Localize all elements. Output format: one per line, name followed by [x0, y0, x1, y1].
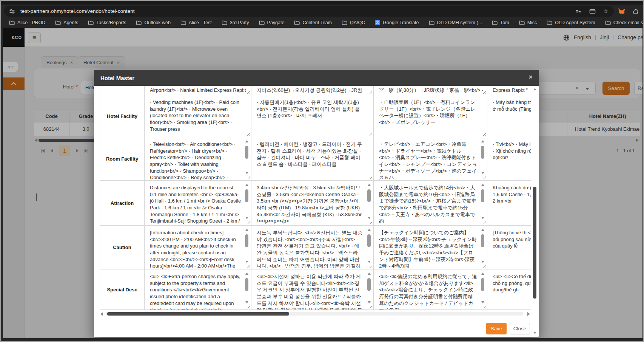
scroll-up-icon[interactable]	[245, 184, 248, 186]
textarea-scrollbar[interactable]	[480, 272, 485, 303]
resize-handle-icon[interactable]	[246, 175, 250, 179]
scroll-up-icon[interactable]	[481, 140, 484, 142]
resize-handle-icon[interactable]	[368, 305, 372, 308]
scroll-down-icon[interactable]	[245, 261, 248, 263]
scroll-up-icon[interactable]	[481, 184, 484, 186]
textarea-scrollbar[interactable]	[480, 184, 485, 219]
textarea-scrollbar[interactable]	[480, 140, 485, 174]
extensions-puzzle-icon[interactable]	[633, 8, 639, 14]
close-button[interactable]: Close	[510, 323, 530, 334]
textarea-scrollbar[interactable]	[367, 229, 371, 263]
scroll-down-icon[interactable]	[481, 172, 484, 174]
hotel-text-field[interactable]: · Tivi<br/> · Máy lạnh<br/> · Máy điện<b…	[487, 137, 531, 180]
password-key-icon[interactable]	[575, 8, 582, 14]
hotel-text-field[interactable]: ・自動販売機（1F）<br/>・有料コインランドリー（1F）<br/>・電子レン…	[374, 95, 487, 137]
scroll-thumb[interactable]	[245, 234, 248, 247]
scroll-up-icon[interactable]	[481, 229, 484, 231]
hotel-text-field[interactable]: · Máy bán hàng trả phí (Tầng 1) thang má…	[487, 95, 531, 137]
textarea-scrollbar[interactable]	[367, 272, 371, 303]
bookmark-item[interactable]: Misc	[519, 20, 537, 25]
hotel-text-field[interactable]: 【チェックイン時間についてのご案内】<br/>午後3時～深夜2時<br/>チェッ…	[374, 226, 487, 269]
hotel-text-field[interactable]: [Information about check-in times]<br/>3…	[145, 226, 251, 269]
scroll-down-icon[interactable]	[245, 301, 248, 303]
vscroll-thumb[interactable]	[533, 187, 536, 299]
hotel-text-field[interactable]: Khoảng cách đư (hoặc dặm). <br jo Hall -…	[487, 181, 531, 225]
hotel-text-field[interactable]: <ul><li>시설이 정하는 이용 약관에 따라 추가 게스트 요금이 부과될…	[251, 269, 374, 310]
vscroll-up-icon[interactable]	[533, 88, 536, 90]
hotel-text-field[interactable]: [Thông tin về th <br/>15:00 - 2: phòng t…	[487, 226, 531, 269]
bookmark-item[interactable]: Alice - PROD	[9, 20, 45, 25]
scroll-down-icon[interactable]	[368, 217, 371, 219]
hotel-text-field[interactable]: 지버스(약60분)→오사카성 공원역(약2분)→JR환	[251, 86, 374, 95]
textarea-scrollbar[interactable]	[367, 184, 371, 219]
hotel-text-field[interactable]: Express Rapi:t "	[487, 86, 531, 95]
resize-handle-icon[interactable]	[368, 132, 372, 136]
textarea-scrollbar[interactable]	[244, 184, 249, 219]
resize-handle-icon[interactable]	[482, 264, 486, 268]
textarea-scrollbar[interactable]	[244, 272, 249, 303]
textarea-scrollbar[interactable]	[244, 229, 249, 263]
scroll-up-icon[interactable]	[368, 229, 371, 231]
bookmark-item[interactable]: Agents	[55, 20, 78, 25]
scroll-thumb[interactable]	[367, 234, 371, 247]
textarea-scrollbar[interactable]	[244, 140, 249, 174]
scroll-thumb[interactable]	[481, 146, 484, 159]
bookmark-star-icon[interactable]: ☆	[603, 8, 609, 14]
hotel-text-field[interactable]: 3.4km <br />안신맥와섬 - 3.5km <br />엡바이브 쇼핑몰…	[251, 181, 374, 225]
resize-handle-icon[interactable]	[246, 220, 250, 224]
hscroll-right-icon[interactable]	[527, 312, 530, 316]
scroll-down-icon[interactable]	[481, 301, 484, 303]
modal-close-icon[interactable]: ×	[528, 73, 533, 80]
scroll-thumb[interactable]	[245, 146, 248, 159]
resize-handle-icon[interactable]	[246, 305, 250, 308]
scroll-thumb[interactable]	[245, 189, 248, 202]
scroll-thumb[interactable]	[481, 234, 484, 247]
scroll-down-icon[interactable]	[245, 217, 248, 219]
scroll-up-icon[interactable]	[245, 272, 248, 275]
bookmark-item[interactable]: QA/QC	[342, 20, 365, 25]
hotel-text-field[interactable]: ・テレビ<br/>・エアコン<br/>・冷蔵庫<br/>・ドライヤー<br/>・…	[374, 137, 487, 180]
scroll-thumb[interactable]	[481, 278, 484, 291]
hotel-text-field[interactable]: <ul> <li>Có thể đi kèm, tùy thuộ kiện củ…	[487, 269, 531, 310]
hotel-text-field[interactable]: ・大阪城ホールまで徒歩で約14分<br/>・大阪城公園まで電車で約10分<br/…	[374, 181, 487, 225]
bookmark-item[interactable]: 文 Google Translate	[375, 20, 419, 25]
resize-handle-icon[interactable]	[368, 264, 372, 268]
bookmark-item[interactable]: Outlook web	[136, 20, 170, 25]
payment-card-icon[interactable]	[589, 9, 596, 14]
hscroll-thumb[interactable]	[107, 312, 289, 316]
save-button[interactable]: Save	[486, 323, 507, 334]
bookmark-item[interactable]: Paygate	[259, 20, 285, 25]
hotel-text-field[interactable]: · 텔레비전 · 에어컨 · 냉장고 · 드라이어 · 전기 주전자 · 탈취 …	[251, 137, 374, 180]
address-bar[interactable]: test-partners.ohmyhotel.com/vendor/hotel…	[4, 6, 614, 17]
metamask-extension-icon[interactable]	[618, 8, 625, 14]
hotel-text-field[interactable]: Distances are displayed to the nearest 0…	[145, 181, 251, 225]
url-text[interactable]: test-partners.ohmyhotel.com/vendor/hotel…	[20, 8, 135, 14]
scroll-down-icon[interactable]	[481, 217, 484, 219]
resize-handle-icon[interactable]	[482, 305, 486, 308]
resize-handle-icon[interactable]	[482, 175, 486, 179]
hotel-text-field[interactable]: · Television<br/> · Air conditioner<br/>…	[145, 137, 251, 180]
textarea-scrollbar[interactable]	[480, 229, 485, 263]
hscroll-left-icon[interactable]	[100, 312, 103, 316]
resize-handle-icon[interactable]	[368, 220, 372, 224]
scroll-thumb[interactable]	[245, 278, 248, 291]
vscroll-down-icon[interactable]	[533, 332, 536, 334]
resize-handle-icon[interactable]	[482, 132, 486, 136]
bookmark-item[interactable]: Content Team	[294, 20, 332, 25]
bookmark-item[interactable]: Tasks/Reports	[88, 20, 126, 25]
scroll-up-icon[interactable]	[245, 140, 248, 142]
modal-vertical-scrollbar[interactable]	[532, 87, 537, 335]
hotel-text-field[interactable]: 시노독 부탁느립니다. <br/>※신납시는 별도 내증야 겠습니다. <br/…	[251, 226, 374, 269]
hotel-text-field[interactable]: <ul> <li>施設の定める利用規約に従って、追加ゲスト料金がかかる場合があり…	[374, 269, 487, 310]
hotel-text-field[interactable]: · 자동판매기(1층)<br/> · 유료 코인 세탁기(1층)<br/> · …	[251, 95, 374, 137]
resize-handle-icon[interactable]	[368, 90, 372, 94]
bookmark-item[interactable]: Alice - Test	[180, 20, 212, 25]
scroll-down-icon[interactable]	[245, 172, 248, 174]
site-settings-icon[interactable]	[9, 8, 15, 14]
resize-handle-icon[interactable]	[246, 132, 250, 136]
resize-handle-icon[interactable]	[482, 220, 486, 224]
scroll-thumb[interactable]	[481, 189, 484, 202]
resize-handle-icon[interactable]	[368, 175, 372, 179]
scroll-down-icon[interactable]	[368, 261, 371, 263]
bookmark-item[interactable]: 3rd Party	[222, 20, 249, 25]
